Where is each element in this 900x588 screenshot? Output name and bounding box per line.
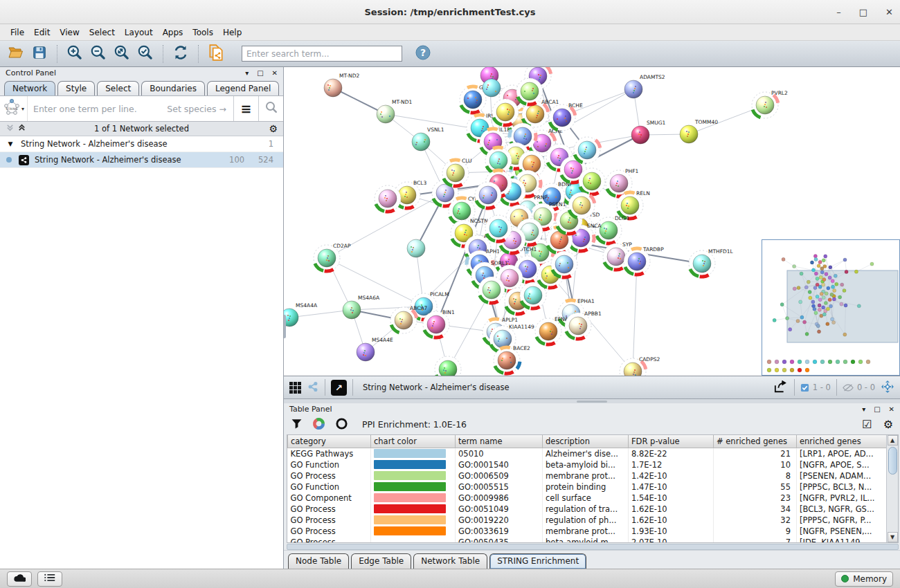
network-node-dlg4[interactable]: DLG4 (595, 215, 629, 244)
cell-term[interactable]: GO:0001540 (456, 459, 543, 470)
network-node[interactable] (407, 239, 425, 257)
cell-count[interactable]: 9 (714, 526, 797, 537)
chart-color-cell[interactable] (371, 459, 456, 470)
string-protein-query-button[interactable]: STRING ▾ (0, 96, 28, 121)
menu-select[interactable]: Select (84, 26, 120, 39)
cell-term[interactable]: GO:0006509 (456, 470, 543, 481)
cell-count[interactable]: 23 (714, 493, 797, 504)
string-options-button[interactable]: ≡ (233, 96, 258, 121)
cell-fdr[interactable]: 1.62E-10 (629, 504, 714, 515)
tab-node-table[interactable]: Node Table (288, 553, 349, 569)
network-node[interactable] (485, 215, 512, 241)
network-node-adamts2[interactable]: ADAMTS2 (624, 74, 665, 98)
cell-fdr[interactable]: 1.47E-10 (629, 481, 714, 493)
close-icon[interactable]: ✕ (885, 8, 893, 17)
export-network-icon[interactable] (773, 380, 789, 396)
cell-fdr[interactable]: 1.93E-10 (629, 526, 714, 537)
cell-count[interactable]: 7 (714, 537, 797, 543)
network-node[interactable] (579, 168, 605, 194)
cell-category[interactable]: GO Process (288, 470, 371, 481)
chart-color-cell[interactable] (371, 537, 456, 543)
network-node-cadps2[interactable]: CADPS2 (620, 356, 660, 376)
cell-genes[interactable]: [NGFR, PVRL2, IL... (797, 493, 887, 504)
table-row[interactable]: GO ProcessGO:0051049regulation of tra...… (288, 504, 887, 515)
tab-network[interactable]: Network (4, 81, 55, 95)
panel-close-icon[interactable]: ✕ (272, 69, 278, 77)
column-header[interactable]: description (543, 435, 629, 448)
table-panel-menu-icon[interactable]: ▾ (862, 405, 865, 413)
tab-legend-panel[interactable]: Legend Panel (207, 81, 279, 95)
cell-description[interactable]: protein binding (543, 481, 629, 493)
cell-term[interactable]: GO:0050435 (456, 537, 543, 543)
network-edge[interactable] (289, 310, 352, 318)
chart-color-cell[interactable] (371, 504, 456, 515)
cell-category[interactable]: GO Process (288, 504, 371, 515)
chart-color-cell[interactable] (371, 526, 456, 537)
tab-style[interactable]: Style (57, 81, 95, 95)
zoom-in-button[interactable] (64, 44, 85, 64)
cell-genes[interactable]: [NGFR, APOE, S... (797, 459, 887, 470)
cell-fdr[interactable]: 2.07E-10 (629, 537, 714, 543)
cell-description[interactable]: membrane prot... (543, 526, 629, 537)
network-node-bche[interactable]: BCHE (549, 102, 583, 131)
cell-genes[interactable]: [NGFR, PSENEN,... (797, 526, 887, 537)
panel-menu-icon[interactable]: ▾ (245, 69, 249, 77)
table-row[interactable]: GO ProcessGO:0033619membrane prot...1.93… (288, 526, 887, 537)
tab-network-table[interactable]: Network Table (413, 553, 487, 569)
cell-genes[interactable]: [LRP1, APOE, AD... (797, 448, 887, 459)
network-from-file-button[interactable] (206, 44, 226, 64)
grid-view-icon[interactable] (289, 382, 301, 394)
network-node[interactable] (483, 79, 501, 97)
cell-description[interactable]: Alzheimer's dise... (543, 448, 629, 459)
help-button[interactable]: ? (415, 44, 431, 63)
chart-color-cell[interactable] (371, 493, 456, 504)
column-header[interactable]: category (288, 435, 371, 448)
network-node-clu[interactable]: CLU (442, 158, 472, 186)
cell-description[interactable]: beta-amyloid m... (543, 537, 629, 543)
network-node[interactable] (516, 78, 543, 104)
string-search-button[interactable] (258, 96, 283, 121)
menu-help[interactable]: Help (218, 26, 246, 39)
cell-genes[interactable]: [PSENEN, ADAM... (797, 470, 887, 481)
tab-boundaries[interactable]: Boundaries (141, 81, 205, 95)
column-header[interactable]: FDR p-value (629, 435, 714, 448)
table-row[interactable]: GO ProcessGO:0050435beta-amyloid m...2.0… (288, 537, 887, 543)
network-node-mt-nd1[interactable]: MT-ND1 (377, 99, 412, 123)
cell-term[interactable]: GO:0051049 (456, 504, 543, 515)
cell-description[interactable]: beta-amyloid bi... (543, 459, 629, 470)
network-node-smug1[interactable]: SMUG1 (631, 120, 666, 144)
cell-description[interactable]: regulation of ph... (543, 515, 629, 526)
search-input[interactable] (242, 46, 402, 62)
remove-chart-icon[interactable] (335, 417, 348, 432)
cell-count[interactable]: 10 (714, 459, 797, 470)
cell-fdr[interactable]: 1.54E-10 (629, 493, 714, 504)
table-row[interactable]: GO FunctionGO:0001540beta-amyloid bi...1… (288, 459, 887, 470)
cell-fdr[interactable]: 8.82E-22 (629, 448, 714, 459)
network-collection-row[interactable]: ▼ String Network - Alzheimer's disease 1 (0, 136, 283, 152)
cell-count[interactable]: 21 (714, 448, 797, 459)
tab-edge-table[interactable]: Edge Table (351, 553, 411, 569)
network-options-gear-icon[interactable]: ⚙ (269, 123, 278, 134)
refresh-button[interactable] (170, 44, 191, 64)
save-session-button[interactable] (29, 44, 50, 64)
network-node[interactable] (375, 185, 401, 212)
network-node[interactable] (435, 356, 461, 376)
scroll-down-arrow[interactable]: ▼ (888, 532, 898, 542)
chart-color-cell[interactable] (371, 515, 456, 526)
panel-float-icon[interactable]: □ (257, 69, 263, 77)
fit-content-icon[interactable] (881, 380, 894, 396)
menu-apps[interactable]: Apps (158, 26, 188, 39)
chart-settings-icon[interactable] (312, 417, 325, 432)
cell-count[interactable]: 8 (714, 470, 797, 481)
column-header[interactable]: term name (456, 435, 543, 448)
column-header[interactable]: # enriched genes (714, 435, 797, 448)
network-node-tomm40[interactable]: TOMM40 (680, 119, 718, 143)
cell-genes[interactable]: [IDE, KIAA1149... (797, 537, 887, 543)
table-row[interactable]: GO ProcessGO:0019220regulation of ph...1… (288, 515, 887, 526)
cell-count[interactable]: 34 (714, 504, 797, 515)
chart-color-cell[interactable] (371, 448, 456, 459)
cell-term[interactable]: GO:0009986 (456, 493, 543, 504)
network-node-mthfd1l[interactable]: MTHFD1L (689, 248, 734, 277)
network-node-ms4a6a[interactable]: MS4A6A (343, 295, 380, 319)
select-rows-icon[interactable]: ☑ (862, 418, 872, 431)
